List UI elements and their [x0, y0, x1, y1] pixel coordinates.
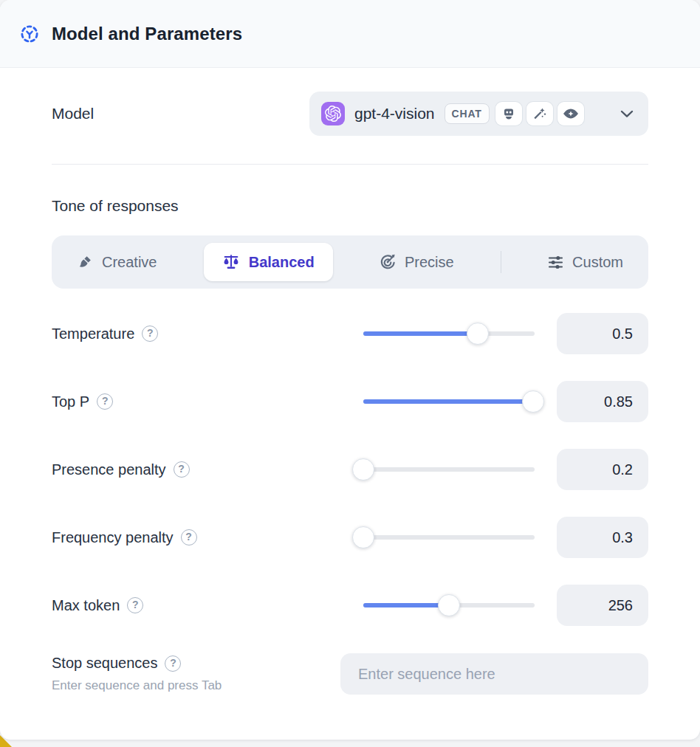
stop-sequences-label: Stop sequences: [52, 655, 157, 672]
tab-precise[interactable]: Precise: [368, 244, 466, 281]
frequency-penalty-value[interactable]: 0.3: [557, 517, 648, 558]
frequency-penalty-slider[interactable]: [363, 526, 535, 548]
model-row: Model gpt-4-vision CHAT: [52, 92, 648, 136]
panel-header: Model and Parameters: [0, 0, 700, 68]
param-label: Frequency penalty: [52, 529, 174, 546]
param-row-max-token: Max token ? 256: [52, 585, 648, 626]
max-token-value[interactable]: 256: [557, 585, 648, 626]
wand-sparkles-icon: [526, 102, 553, 125]
temperature-value[interactable]: 0.5: [557, 313, 648, 354]
param-row-presence-penalty: Presence penalty ? 0.2: [52, 449, 648, 490]
slider-thumb[interactable]: [438, 594, 460, 616]
capability-badges: [495, 102, 584, 125]
model-label: Model: [52, 105, 94, 123]
tab-custom[interactable]: Custom: [536, 244, 635, 281]
temperature-slider[interactable]: [363, 323, 535, 345]
help-icon[interactable]: ?: [181, 529, 197, 545]
param-label: Top P: [52, 393, 89, 410]
stop-sequence-input[interactable]: [340, 653, 648, 695]
selected-model-name: gpt-4-vision: [354, 105, 435, 123]
help-icon[interactable]: ?: [165, 655, 181, 672]
robot-icon: [495, 102, 522, 125]
slider-thumb[interactable]: [467, 323, 489, 345]
paintbrush-icon: [77, 254, 93, 270]
top-p-value[interactable]: 0.85: [557, 381, 648, 422]
slider-thumb[interactable]: [352, 526, 374, 548]
param-row-temperature: Temperature ? 0.5: [52, 313, 648, 354]
tab-label: Custom: [572, 254, 623, 271]
openai-logo-icon: [321, 102, 345, 125]
help-icon[interactable]: ?: [127, 597, 143, 613]
tab-label: Balanced: [249, 254, 315, 271]
presence-penalty-value[interactable]: 0.2: [557, 449, 648, 490]
tab-label: Creative: [102, 254, 157, 271]
param-row-top-p: Top P ? 0.85: [52, 381, 648, 422]
help-icon[interactable]: ?: [174, 461, 190, 478]
stop-sequences-helper: Enter sequence and press Tab: [52, 678, 340, 693]
slider-thumb[interactable]: [352, 458, 374, 481]
page-title: Model and Parameters: [52, 24, 242, 44]
model-params-icon: [19, 24, 40, 44]
param-label: Temperature: [52, 326, 134, 342]
sliders-icon: [548, 255, 563, 270]
tab-creative[interactable]: Creative: [65, 244, 168, 281]
eye-sparkle-icon: [557, 102, 584, 125]
tab-separator: [501, 251, 501, 273]
tone-heading: Tone of responses: [52, 197, 648, 215]
stop-sequences-row: Stop sequences ? Enter sequence and pres…: [52, 653, 648, 736]
tab-label: Precise: [405, 254, 454, 271]
model-select-dropdown[interactable]: gpt-4-vision CHAT: [309, 92, 648, 136]
tone-tab-bar: Creative Balanced: [52, 235, 648, 289]
help-icon[interactable]: ?: [142, 326, 158, 342]
top-p-slider[interactable]: [363, 390, 535, 413]
param-label: Presence penalty: [52, 461, 166, 478]
help-icon[interactable]: ?: [97, 393, 113, 410]
model-parameters-panel: Model and Parameters Model gpt-4-vision …: [0, 0, 700, 740]
slider-thumb[interactable]: [522, 390, 544, 413]
scale-icon: [222, 253, 240, 271]
chevron-down-icon: [620, 110, 634, 118]
tab-balanced[interactable]: Balanced: [204, 243, 333, 281]
param-row-frequency-penalty: Frequency penalty ? 0.3: [52, 517, 648, 558]
max-token-slider[interactable]: [363, 594, 535, 616]
presence-penalty-slider[interactable]: [363, 458, 535, 481]
target-dart-icon: [380, 254, 396, 270]
section-divider: [52, 164, 648, 165]
param-label: Max token: [52, 597, 120, 614]
model-type-badge: CHAT: [445, 103, 490, 124]
